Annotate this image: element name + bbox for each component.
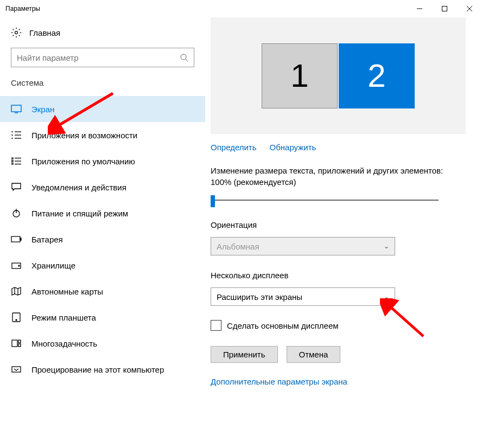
- svg-rect-1: [442, 7, 447, 11]
- advanced-link[interactable]: Дополнительные параметры экрана: [211, 377, 466, 386]
- svg-rect-33: [18, 344, 21, 347]
- orientation-dropdown[interactable]: Альбомная ⌄: [211, 237, 395, 255]
- cancel-button[interactable]: Отмена: [287, 346, 341, 363]
- section-label: Система: [0, 78, 205, 96]
- svg-rect-23: [11, 236, 20, 242]
- sidebar-item-tablet[interactable]: Режим планшета: [0, 304, 205, 330]
- identify-link[interactable]: Определить: [211, 143, 257, 152]
- home-label: Главная: [29, 28, 60, 37]
- titlebar: Параметры: [0, 0, 482, 17]
- sidebar-item-label: Хранилище: [31, 261, 75, 270]
- svg-rect-31: [12, 340, 17, 347]
- sidebar-item-notifications[interactable]: Уведомления и действия: [0, 174, 205, 200]
- sidebar-item-storage[interactable]: Хранилище: [0, 252, 205, 278]
- svg-point-26: [18, 265, 20, 266]
- sidebar-item-display[interactable]: Экран: [0, 96, 205, 122]
- svg-point-5: [181, 54, 186, 60]
- battery-icon: [11, 234, 22, 245]
- svg-rect-34: [12, 367, 21, 372]
- multitask-icon: [11, 338, 22, 349]
- svg-line-6: [186, 59, 188, 61]
- sidebar-item-project[interactable]: Проецирование на этот компьютер: [0, 356, 205, 382]
- window-title: Параметры: [5, 5, 407, 12]
- search-box[interactable]: [11, 48, 194, 67]
- map-icon: [11, 286, 22, 297]
- sidebar-item-label: Автономные карты: [31, 287, 103, 296]
- home-link[interactable]: Главная: [0, 27, 205, 48]
- sidebar-item-label: Приложения и возможности: [31, 131, 137, 140]
- sidebar-item-maps[interactable]: Автономные карты: [0, 278, 205, 304]
- close-button[interactable]: [457, 0, 482, 17]
- chat-icon: [11, 182, 22, 193]
- monitor-preview[interactable]: 1 2: [211, 17, 466, 134]
- multi-display-dropdown[interactable]: Расширить эти экраны ⌄: [211, 287, 395, 306]
- chevron-down-icon: ⌄: [384, 293, 389, 300]
- sidebar-item-label: Питание и спящий режим: [31, 209, 128, 218]
- slider-thumb[interactable]: [211, 195, 215, 207]
- content-area: 1 2 Определить Обнаружить Изменение разм…: [205, 17, 482, 448]
- sidebar-item-power[interactable]: Питание и спящий режим: [0, 200, 205, 226]
- sidebar-item-label: Уведомления и действия: [31, 183, 126, 192]
- storage-icon: [11, 260, 22, 271]
- scale-label: Изменение размера текста, приложений и д…: [211, 165, 460, 188]
- svg-point-4: [15, 31, 18, 34]
- svg-rect-24: [20, 238, 21, 240]
- minimize-button[interactable]: [407, 0, 432, 17]
- svg-rect-19: [11, 163, 13, 165]
- slider-track: [211, 200, 439, 201]
- sidebar-item-battery[interactable]: Батарея: [0, 226, 205, 252]
- tablet-icon: [11, 312, 22, 323]
- search-icon: [180, 53, 188, 62]
- main-display-checkbox-row[interactable]: Сделать основным дисплеем: [211, 320, 466, 331]
- monitor-1[interactable]: 1: [262, 43, 338, 108]
- chevron-down-icon: ⌄: [384, 242, 389, 250]
- apply-button[interactable]: Применить: [211, 346, 278, 363]
- svg-rect-17: [11, 161, 13, 162]
- svg-rect-7: [11, 105, 21, 112]
- monitor-2[interactable]: 2: [339, 43, 415, 108]
- sidebar-item-multitask[interactable]: Многозадачность: [0, 330, 205, 356]
- orientation-label: Ориентация: [211, 219, 460, 231]
- maximize-button[interactable]: [432, 0, 457, 17]
- sidebar-item-label: Режим планшета: [31, 313, 96, 322]
- list-icon: [11, 130, 22, 140]
- sidebar-item-label: Многозадачность: [31, 339, 97, 348]
- multi-display-value: Расширить эти экраны: [217, 292, 302, 302]
- sidebar-item-label: Приложения по умолчанию: [31, 157, 135, 166]
- sidebar-item-label: Батарея: [31, 235, 63, 244]
- scale-slider[interactable]: [211, 194, 439, 207]
- sidebar-item-label: Проецирование на этот компьютер: [31, 365, 164, 374]
- search-input[interactable]: [17, 53, 180, 62]
- monitor-icon: [11, 104, 22, 114]
- svg-rect-15: [11, 157, 13, 159]
- multi-display-label: Несколько дисплеев: [211, 270, 460, 281]
- sidebar-item-apps[interactable]: Приложения и возможности: [0, 122, 205, 148]
- list2-icon: [11, 156, 22, 167]
- sidebar-item-default-apps[interactable]: Приложения по умолчанию: [0, 148, 205, 174]
- svg-rect-32: [18, 340, 21, 343]
- sidebar: Главная Система Экран Приложения и возмо…: [0, 17, 205, 448]
- power-icon: [11, 208, 22, 219]
- project-icon: [11, 364, 22, 375]
- main-display-label: Сделать основным дисплеем: [227, 321, 339, 330]
- orientation-value: Альбомная: [217, 242, 259, 251]
- checkbox[interactable]: [211, 320, 221, 331]
- svg-point-30: [16, 319, 17, 321]
- detect-link[interactable]: Обнаружить: [270, 143, 316, 152]
- gear-icon: [11, 27, 22, 38]
- sidebar-item-label: Экран: [31, 105, 54, 114]
